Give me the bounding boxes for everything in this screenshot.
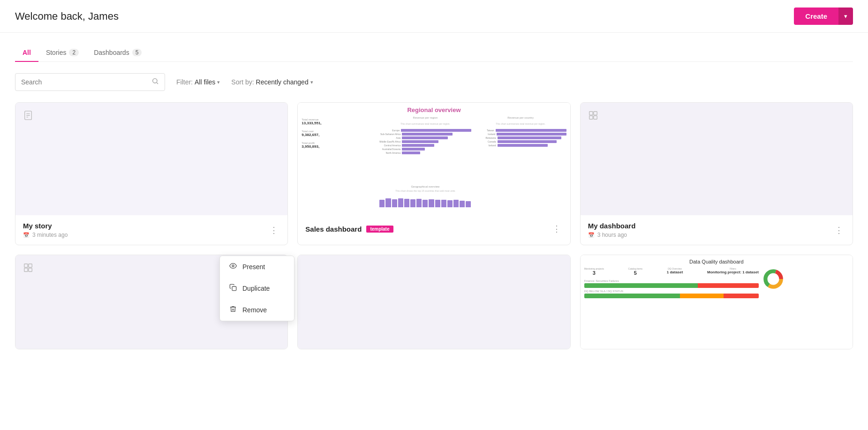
sort-chevron-icon: ▾ [310,79,313,85]
regional-metrics: Total revenue 13,333,551, Total cost 9,3… [302,116,376,207]
svg-rect-12 [24,268,28,272]
card-my-dashboard-timestamp: 3 hours ago [597,232,627,238]
search-box [15,73,165,91]
search-icon [151,77,159,87]
tab-stories[interactable]: Stories 2 [38,44,86,62]
svg-line-1 [157,83,158,84]
card-my-dashboard-meta: 📅 3 hours ago [588,232,636,238]
filter-label: Filter: [176,78,193,86]
dq-donut [762,267,849,300]
card-my-story[interactable]: My story 📅 3 minutes ago ⋮ [15,102,288,245]
context-menu-duplicate-label: Duplicate [242,285,270,292]
trash-icon [229,305,237,315]
template-badge: template [366,226,393,233]
card-sales-dashboard-info: Sales dashboard template [305,225,393,233]
main-content: All Stories 2 Dashboards 5 Filter: All f… [0,33,868,361]
filter-value[interactable]: All files ▾ [195,78,220,86]
svg-rect-8 [589,116,592,119]
context-menu-remove[interactable]: Remove [220,299,294,321]
tab-stories-label: Stories [46,49,67,56]
create-dropdown-button[interactable]: ▾ [838,8,853,25]
card-my-story-name: My story [23,222,68,230]
data-quality-preview-content: Data Quality dashboard Monitoring projec… [581,255,853,349]
calendar-icon-2: 📅 [588,232,595,238]
context-menu-present[interactable]: Present [220,256,294,278]
sort-label: Sort by: [231,78,254,86]
tab-all[interactable]: All [15,44,38,62]
card-my-dashboard-info: My dashboard 📅 3 hours ago [588,222,636,238]
revenue-per-country-chart: Revenue per country This chart summarise… [475,116,566,207]
revenue-per-region-chart: Revenue per region This chart summarises… [379,116,471,207]
context-menu: Present Duplicate Remove [219,256,294,321]
card-my-story-info: My story 📅 3 minutes ago [23,222,68,238]
filter-chevron-icon: ▾ [217,79,220,85]
tab-dashboards-label: Dashboards [94,49,129,56]
content-grid: My story 📅 3 minutes ago ⋮ Regional over… [15,102,853,349]
card-sales-dashboard-footer: Sales dashboard template ⋮ [298,215,570,242]
tab-stories-badge: 2 [69,49,79,56]
card-my-story-footer: My story 📅 3 minutes ago ⋮ [15,215,287,245]
duplicate-icon [229,284,237,293]
regional-overview-preview: Regional overview Total revenue 13,333,5… [298,103,570,215]
toolbar: Filter: All files ▾ Sort by: Recently ch… [15,73,853,91]
svg-rect-13 [29,268,32,272]
svg-point-17 [232,265,234,267]
card-my-story-timestamp: 3 minutes ago [32,232,68,238]
header: Welcome back, James Create ▾ [0,0,868,33]
sort-group: Sort by: Recently changed ▾ [231,78,313,86]
calendar-icon: 📅 [23,232,30,238]
context-menu-remove-label: Remove [242,306,267,314]
svg-rect-9 [594,116,597,119]
svg-rect-6 [589,112,592,115]
search-input[interactable] [21,78,148,86]
card-my-story-meta: 📅 3 minutes ago [23,232,68,238]
card-my-story-preview [15,103,287,215]
svg-rect-10 [24,264,28,267]
card-my-dashboard[interactable]: My dashboard 📅 3 hours ago ⋮ [580,102,853,245]
card-data-quality[interactable]: Data Quality dashboard Monitoring projec… [580,255,853,349]
tabs-nav: All Stories 2 Dashboards 5 [15,44,853,62]
eye-icon [229,262,237,272]
svg-rect-7 [594,112,597,115]
sort-value[interactable]: Recently changed ▾ [256,78,313,86]
svg-point-0 [153,79,157,83]
filter-group: Filter: All files ▾ [176,78,220,86]
tab-all-label: All [23,49,31,56]
card-bottom-middle[interactable] [297,255,570,349]
context-menu-present-label: Present [242,263,265,271]
dashboard-icon [588,110,598,123]
dashboard-icon-3 [23,263,33,276]
card-sales-dashboard-preview: Regional overview Total revenue 13,333,5… [298,103,570,215]
regional-overview-title: Regional overview [302,106,566,113]
tab-dashboards-badge: 5 [132,49,142,56]
chevron-down-icon: ▾ [844,13,847,20]
card-my-dashboard-name: My dashboard [588,222,636,230]
card-sales-dashboard[interactable]: Regional overview Total revenue 13,333,5… [297,102,570,245]
context-menu-duplicate[interactable]: Duplicate [220,278,294,299]
card-my-dashboard-preview [581,103,853,215]
story-icon [23,110,33,123]
card-my-dashboard-footer: My dashboard 📅 3 hours ago ⋮ [581,215,853,245]
welcome-title: Welcome back, James [15,10,119,23]
card-data-quality-preview: Data Quality dashboard Monitoring projec… [581,255,853,349]
create-button[interactable]: Create [794,8,838,25]
card-sales-dashboard-more-button[interactable]: ⋮ [551,222,563,236]
card-sales-dashboard-name: Sales dashboard [305,225,362,233]
svg-rect-11 [29,264,32,267]
tab-dashboards[interactable]: Dashboards 5 [86,44,149,62]
card-bottom-middle-preview [298,255,570,349]
card-my-dashboard-more-button[interactable]: ⋮ [833,223,845,237]
dq-title: Data Quality dashboard [584,259,849,264]
card-my-story-more-button[interactable]: ⋮ [268,223,280,237]
create-button-group: Create ▾ [794,8,853,25]
svg-rect-18 [232,287,236,291]
